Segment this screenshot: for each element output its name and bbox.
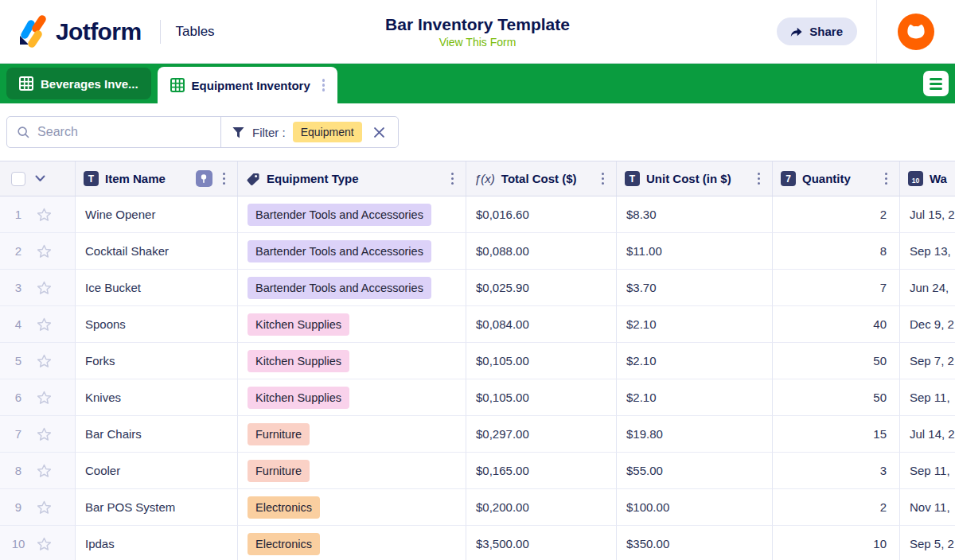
- tab-beverages-inventory[interactable]: Beverages Inve...: [6, 68, 151, 99]
- text-type-icon: T: [625, 171, 640, 186]
- favorite-star-icon[interactable]: [36, 536, 53, 552]
- column-header-quantity[interactable]: 7 Quantity: [773, 161, 900, 196]
- unit-cost-cell[interactable]: $2.10: [617, 306, 773, 343]
- column-menu-kebab-icon[interactable]: [881, 170, 892, 188]
- favorite-star-icon[interactable]: [36, 500, 53, 515]
- favorite-star-icon[interactable]: [36, 243, 53, 259]
- clear-filter-button[interactable]: [371, 124, 388, 141]
- total-cost-cell[interactable]: $0,200.00: [466, 489, 617, 526]
- unit-cost-cell[interactable]: $2.10: [617, 379, 773, 416]
- column-header-item-name[interactable]: T Item Name: [76, 161, 238, 196]
- warranty-date-cell[interactable]: Dec 9, 2: [900, 306, 955, 343]
- item-name-cell[interactable]: Knives: [76, 379, 238, 416]
- sheet-list-menu-button[interactable]: [923, 71, 949, 96]
- equipment-type-cell[interactable]: Bartender Tools and Accessories: [238, 270, 466, 306]
- view-this-form-link[interactable]: View This Form: [439, 36, 516, 49]
- unit-cost-cell[interactable]: $350.00: [617, 526, 773, 560]
- favorite-star-icon[interactable]: [36, 353, 53, 369]
- search-box[interactable]: [7, 117, 220, 147]
- favorite-star-icon[interactable]: [36, 463, 53, 479]
- unit-cost-cell[interactable]: $55.00: [617, 453, 773, 489]
- total-cost-cell[interactable]: $0,105.00: [466, 343, 617, 379]
- filter-value-chip[interactable]: Equipment: [293, 122, 362, 142]
- equipment-type-cell[interactable]: Bartender Tools and Accessories: [238, 196, 466, 233]
- warranty-date-cell[interactable]: Sep 11,: [900, 379, 955, 416]
- column-menu-kebab-icon[interactable]: [754, 170, 765, 188]
- item-name-cell[interactable]: Bar Chairs: [76, 416, 238, 453]
- total-cost-cell[interactable]: $0,297.00: [466, 416, 617, 453]
- column-header-total-cost[interactable]: ƒ(x) Total Cost ($): [466, 161, 617, 196]
- quantity-cell[interactable]: 50: [773, 343, 900, 379]
- equipment-type-cell[interactable]: Furniture: [238, 416, 466, 453]
- warranty-date-cell[interactable]: Nov 11,: [900, 489, 955, 526]
- warranty-date-cell[interactable]: Jun 24,: [900, 270, 955, 306]
- row-select-cell: 6: [0, 379, 76, 416]
- warranty-date-cell[interactable]: Sep 7, 2: [900, 343, 955, 379]
- pin-icon[interactable]: [196, 170, 212, 187]
- jotform-logo[interactable]: Jotform: [14, 15, 141, 49]
- unit-cost-cell[interactable]: $2.10: [617, 343, 773, 379]
- quantity-cell[interactable]: 50: [773, 379, 900, 416]
- quantity-cell[interactable]: 10: [773, 526, 900, 560]
- row-number: 9: [11, 500, 25, 514]
- quantity-cell[interactable]: 15: [773, 416, 900, 453]
- warranty-date-cell[interactable]: Sep 5, 2: [900, 526, 955, 560]
- share-button[interactable]: Share: [777, 18, 857, 45]
- total-cost-cell[interactable]: $3,500.00: [466, 526, 617, 560]
- item-name-cell[interactable]: Forks: [76, 343, 238, 379]
- column-menu-kebab-icon[interactable]: [447, 170, 458, 188]
- item-name-cell[interactable]: Spoons: [76, 306, 238, 343]
- tab-equipment-inventory[interactable]: Equipment Inventory: [158, 67, 338, 103]
- equipment-type-cell[interactable]: Kitchen Supplies: [238, 343, 466, 379]
- tab-options-kebab-icon[interactable]: [318, 76, 330, 95]
- column-header-equipment-type[interactable]: Equipment Type: [238, 161, 466, 196]
- warranty-date-cell[interactable]: Jul 15, 2: [900, 196, 955, 233]
- column-header-warranty[interactable]: 10 Wa: [900, 161, 955, 196]
- item-name-cell[interactable]: Wine Opener: [76, 196, 238, 233]
- unit-cost-cell[interactable]: $100.00: [617, 489, 773, 526]
- quantity-cell[interactable]: 8: [773, 233, 900, 270]
- total-cost-cell[interactable]: $0,016.60: [466, 196, 617, 233]
- equipment-type-cell[interactable]: Bartender Tools and Accessories: [238, 233, 466, 270]
- favorite-star-icon[interactable]: [36, 207, 53, 223]
- total-cost-cell[interactable]: $0,088.00: [466, 233, 617, 270]
- warranty-date-cell[interactable]: Jul 14, 2: [900, 416, 955, 453]
- favorite-star-icon[interactable]: [36, 426, 53, 442]
- warranty-date-cell[interactable]: Sep 11,: [900, 453, 955, 489]
- item-name-cell[interactable]: Ipdas: [76, 526, 238, 560]
- equipment-type-cell[interactable]: Furniture: [238, 453, 466, 489]
- select-all-checkbox[interactable]: [11, 172, 25, 186]
- item-name-cell[interactable]: Cocktail Shaker: [76, 233, 238, 270]
- quantity-cell[interactable]: 3: [773, 453, 900, 489]
- equipment-type-cell[interactable]: Kitchen Supplies: [238, 306, 466, 343]
- item-name-cell[interactable]: Ice Bucket: [76, 270, 238, 306]
- chevron-down-icon[interactable]: [35, 175, 45, 182]
- total-cost-cell[interactable]: $0,105.00: [466, 379, 617, 416]
- total-cost-cell[interactable]: $0,025.90: [466, 270, 617, 306]
- total-cost-cell[interactable]: $0,165.00: [466, 453, 617, 489]
- row-select-cell: 3: [0, 270, 76, 306]
- unit-cost-cell[interactable]: $8.30: [617, 196, 773, 233]
- column-menu-kebab-icon[interactable]: [598, 170, 609, 188]
- user-avatar[interactable]: [898, 14, 934, 50]
- unit-cost-cell[interactable]: $19.80: [617, 416, 773, 453]
- equipment-type-cell[interactable]: Kitchen Supplies: [238, 379, 466, 416]
- column-header-unit-cost[interactable]: T Unit Cost (in $): [617, 161, 773, 196]
- search-input[interactable]: [37, 125, 211, 139]
- equipment-type-cell[interactable]: Electronics: [238, 526, 466, 560]
- quantity-cell[interactable]: 2: [773, 196, 900, 233]
- item-name-cell[interactable]: Bar POS System: [76, 489, 238, 526]
- favorite-star-icon[interactable]: [36, 280, 53, 296]
- warranty-date-cell[interactable]: Sep 13,: [900, 233, 955, 270]
- quantity-cell[interactable]: 40: [773, 306, 900, 343]
- favorite-star-icon[interactable]: [36, 317, 53, 332]
- unit-cost-cell[interactable]: $11.00: [617, 233, 773, 270]
- quantity-cell[interactable]: 7: [773, 270, 900, 306]
- unit-cost-cell[interactable]: $3.70: [617, 270, 773, 306]
- equipment-type-cell[interactable]: Electronics: [238, 489, 466, 526]
- item-name-cell[interactable]: Cooler: [76, 453, 238, 489]
- favorite-star-icon[interactable]: [36, 390, 53, 406]
- total-cost-cell[interactable]: $0,084.00: [466, 306, 617, 343]
- column-menu-kebab-icon[interactable]: [219, 170, 230, 188]
- quantity-cell[interactable]: 2: [773, 489, 900, 526]
